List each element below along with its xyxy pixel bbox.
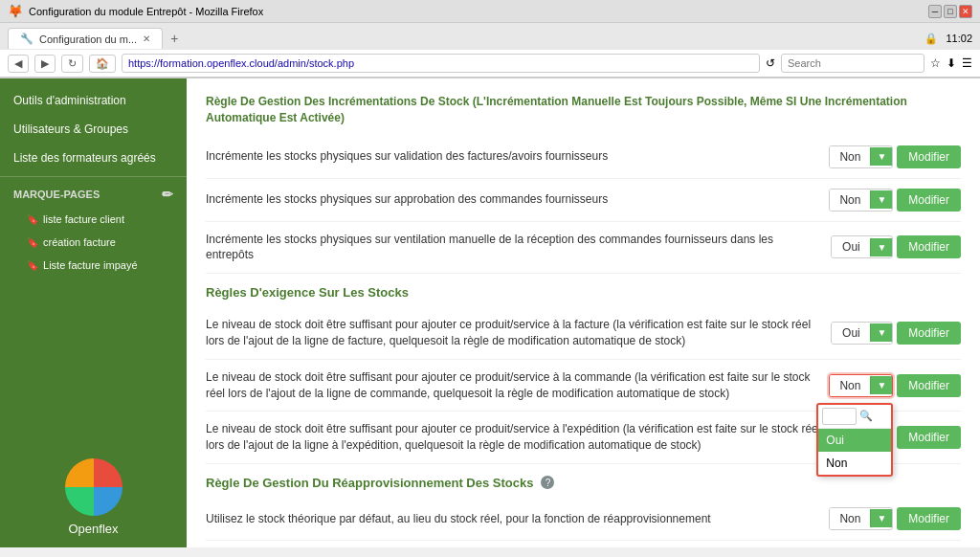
system-clock: 🔒 11:02 <box>924 33 972 45</box>
close-btn[interactable]: ✕ <box>959 5 972 18</box>
title-left: 🦊 Configuration du module Entrepôt - Moz… <box>8 4 263 18</box>
chevron-down-icon[interactable]: ▼ <box>870 509 892 527</box>
forward-btn[interactable]: ▶ <box>34 55 56 73</box>
sidebar-item-trainers[interactable]: Liste des formateurs agréés <box>0 144 187 172</box>
search-input[interactable] <box>781 54 924 73</box>
dropdown-option-non[interactable]: Non <box>818 452 891 475</box>
rule-text: Incrémente les stocks physiques sur appr… <box>206 191 821 208</box>
select-exr2[interactable]: Non ▼ <box>829 374 893 397</box>
select-value: Non <box>830 375 870 396</box>
modify-button[interactable]: Modifier <box>897 322 961 345</box>
sidebar: Outils d'administration Utilisateurs & G… <box>0 78 187 547</box>
table-row: Le niveau de stock doit être suffisant p… <box>206 307 961 360</box>
modify-button[interactable]: Modifier <box>897 235 961 258</box>
dropdown-menu: 🔍 Oui Non <box>816 403 893 477</box>
dropdown-search-input[interactable] <box>822 408 857 425</box>
logo-image <box>65 458 122 516</box>
sidebar-item-liste-facture[interactable]: 🔖 liste facture client <box>0 208 187 231</box>
select-value: Non <box>830 508 870 529</box>
search-icon: 🔍 <box>859 410 873 422</box>
modify-button[interactable]: Modifier <box>897 145 961 168</box>
dropdown-exr2: Non ▼ 🔍 Oui Non <box>829 374 893 397</box>
rule-controls: Non ▼ Modifier <box>829 145 961 168</box>
section3-title: Règle De Gestion Du Réapprovisionnement … <box>206 476 533 490</box>
modify-button[interactable]: Modifier <box>897 507 961 530</box>
section2-header: Règles D'exigence Sur Les Stocks <box>206 285 961 300</box>
minimize-btn[interactable]: ─ <box>928 5 942 18</box>
table-row: Incrémente les stocks physiques sur appr… <box>206 179 961 222</box>
modify-button[interactable]: Modifier <box>897 374 961 397</box>
select-rule1[interactable]: Non ▼ <box>829 145 893 168</box>
section3-header: Règle De Gestion Du Réapprovisionnement … <box>206 476 961 490</box>
url-input[interactable] <box>122 54 760 73</box>
table-row: Utilisez le stock théorique par défaut, … <box>206 498 961 541</box>
select-exr1[interactable]: Oui ▼ <box>831 322 893 345</box>
title-bar: 🦊 Configuration du module Entrepôt - Moz… <box>0 0 980 23</box>
select-value: Oui <box>832 323 870 344</box>
select-value: Non <box>830 189 870 211</box>
new-tab-button[interactable]: + <box>163 27 186 50</box>
chevron-down-icon[interactable]: ▼ <box>870 323 892 342</box>
sidebar-bookmarks-title: MARQUE-PAGES ✏ <box>0 181 187 208</box>
chevron-down-icon[interactable]: ▼ <box>870 238 892 256</box>
dropdown-option-oui[interactable]: Oui <box>818 429 891 452</box>
select-repr1[interactable]: Non ▼ <box>829 507 893 530</box>
modify-button[interactable]: Modifier <box>897 426 961 449</box>
select-value: Non <box>830 146 870 167</box>
bookmark-creation-icon: 🔖 <box>27 237 38 248</box>
select-rule2[interactable]: Non ▼ <box>829 189 893 212</box>
chevron-down-icon[interactable]: ▼ <box>870 376 892 394</box>
section2-title: Règles D'exigence Sur Les Stocks <box>206 285 409 300</box>
reload-btn[interactable]: ↻ <box>61 55 83 73</box>
logo-text: Openflex <box>68 522 118 536</box>
rule-text: Incrémente les stocks physiques sur vali… <box>206 148 821 165</box>
home-btn[interactable]: 🏠 <box>89 55 116 73</box>
chevron-down-icon[interactable]: ▼ <box>870 190 892 209</box>
table-row: Le niveau de stock doit être suffisant p… <box>206 360 961 412</box>
sidebar-logo: Openflex <box>0 447 187 547</box>
tab-bar: 🔧 Configuration du m... ✕ + 🔒 11:02 <box>0 23 980 50</box>
sidebar-item-liste-impaye[interactable]: 🔖 Liste facture impayé <box>0 254 187 277</box>
maximize-btn[interactable]: □ <box>944 5 957 18</box>
app-layout: Outils d'administration Utilisateurs & G… <box>0 78 980 547</box>
section1-title: Règle De Gestion Des Incrémentations De … <box>206 94 961 126</box>
rule-controls: Non ▼ Modifier <box>829 507 961 530</box>
rule-controls: Non ▼ 🔍 Oui Non Modifier <box>829 374 961 397</box>
select-rule3[interactable]: Oui ▼ <box>831 235 893 258</box>
sidebar-section-admin: Outils d'administration Utilisateurs & G… <box>0 78 187 284</box>
modify-button[interactable]: Modifier <box>897 189 961 212</box>
sidebar-item-creation-facture[interactable]: 🔖 création facture <box>0 231 187 254</box>
select-value: Oui <box>832 236 870 257</box>
browser-chrome: 🦊 Configuration du module Entrepôt - Moz… <box>0 0 980 78</box>
tab-label: Configuration du m... <box>39 33 137 45</box>
chevron-down-icon[interactable]: ▼ <box>870 147 892 166</box>
menu-icon[interactable]: ☰ <box>962 56 972 70</box>
tooltip-icon[interactable]: ? <box>541 476 554 489</box>
back-btn[interactable]: ◀ <box>8 55 29 73</box>
bookmark-impaye-icon: 🔖 <box>27 260 38 271</box>
rule-controls: Non ▼ Modifier <box>829 189 961 212</box>
rule-text: Le niveau de stock doit être suffisant p… <box>206 369 821 402</box>
tab-close-icon[interactable]: ✕ <box>143 33 150 44</box>
rule-controls: Oui ▼ Modifier <box>831 322 961 345</box>
rule-controls: Oui ▼ Modifier <box>831 235 961 258</box>
browser-title: Configuration du module Entrepôt - Mozil… <box>29 6 263 17</box>
rule-text: Incrémente les stocks physiques sur vent… <box>206 232 823 264</box>
rule-text: Utilisez le stock théorique par défaut, … <box>206 511 821 527</box>
rule-text: Le niveau de stock doit être suffisant p… <box>206 421 821 454</box>
main-content: Règle De Gestion Des Incrémentations De … <box>187 78 980 547</box>
bookmark-list-icon: 🔖 <box>27 214 38 225</box>
clock: 11:02 <box>946 33 972 44</box>
active-tab[interactable]: 🔧 Configuration du m... ✕ <box>8 28 163 49</box>
address-bar: ◀ ▶ ↻ 🏠 ↺ ☆ ⬇ ☰ <box>0 50 980 78</box>
bookmark-icon[interactable]: ☆ <box>930 56 941 70</box>
table-row: Incrémente les stocks physiques sur vent… <box>206 222 961 275</box>
rule-text: Le niveau de stock doit être suffisant p… <box>206 317 823 349</box>
sidebar-item-admin[interactable]: Outils d'administration <box>0 86 187 115</box>
sidebar-item-users[interactable]: Utilisateurs & Groupes <box>0 115 187 144</box>
sidebar-divider <box>0 176 187 177</box>
edit-bookmarks-icon[interactable]: ✏ <box>162 187 173 202</box>
reload-icon: ↺ <box>766 56 775 70</box>
window-controls[interactable]: ─ □ ✕ <box>928 5 972 18</box>
download-icon[interactable]: ⬇ <box>947 56 956 70</box>
